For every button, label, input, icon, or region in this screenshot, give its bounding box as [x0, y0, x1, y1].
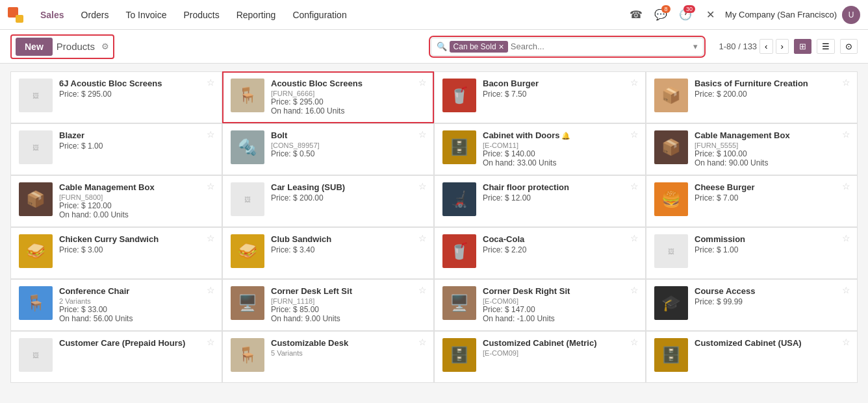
product-name: Bacon Burger	[483, 79, 637, 90]
product-name: Chicken Curry Sandwich	[59, 234, 214, 245]
product-thumbnail: 🖼	[654, 234, 688, 268]
search-input[interactable]	[511, 42, 688, 51]
product-thumbnail: 🖥️	[442, 286, 476, 320]
product-price: Price: $ 3.40	[271, 245, 426, 254]
product-price: Price: $ 1.00	[59, 141, 214, 151]
product-card[interactable]: 📦 Basics of Furniture Creation Price: $ …	[646, 71, 858, 123]
product-card[interactable]: 🗄️ Customized Cabinet (USA) ☆	[646, 331, 858, 383]
favorite-star[interactable]: ☆	[207, 181, 215, 191]
favorite-star[interactable]: ☆	[842, 337, 850, 347]
favorite-star[interactable]: ☆	[630, 77, 639, 88]
product-ref: [FURN_5555]	[695, 141, 849, 149]
settings-icon-btn[interactable]: ✕	[700, 5, 720, 25]
product-card[interactable]: 🪑 Customizable Desk 5 Variants ☆	[222, 331, 434, 383]
nav-item-products[interactable]: Products	[175, 6, 227, 24]
pagination-prev[interactable]: ‹	[760, 39, 772, 54]
favorite-star[interactable]: ☆	[207, 233, 215, 243]
product-card[interactable]: 🖥️ Corner Desk Right Sit [E-COM06] Price…	[434, 279, 646, 331]
activity-icon-btn[interactable]: 🕐 30	[676, 5, 695, 25]
nav-item-to-invoice[interactable]: To Invoice	[118, 6, 174, 24]
product-info: Cable Management Box [FURN_5800] Price: …	[59, 182, 214, 219]
favorite-star[interactable]: ☆	[630, 337, 639, 347]
product-card[interactable]: 🗄️ Cabinet with Doors🔔 [E-COM11] Price: …	[434, 123, 646, 175]
product-thumbnail: 🍔	[654, 182, 688, 216]
favorite-star[interactable]: ☆	[842, 129, 850, 140]
product-card[interactable]: 🔩 Bolt [CONS_89957] Price: $ 0.50 ☆	[222, 123, 434, 175]
product-thumbnail: 🗄️	[442, 338, 476, 372]
nav-item-orders[interactable]: Orders	[73, 6, 117, 24]
product-name: Blazer	[59, 130, 214, 141]
favorite-star[interactable]: ☆	[418, 337, 427, 347]
view-list-btn[interactable]: ☰	[817, 39, 835, 54]
product-ref: [FURN_5800]	[59, 193, 214, 201]
view-settings-btn[interactable]: ⊙	[840, 39, 858, 54]
product-card[interactable]: 🥤 Bacon Burger Price: $ 7.50 ☆	[434, 71, 646, 123]
favorite-star[interactable]: ☆	[418, 233, 427, 243]
product-info: Customer Care (Prepaid Hours)	[59, 338, 214, 349]
product-card[interactable]: 🪑 Conference Chair 2 Variants Price: $ 3…	[10, 279, 222, 331]
favorite-star[interactable]: ☆	[207, 77, 215, 88]
view-kanban-btn[interactable]: ⊞	[794, 39, 811, 54]
favorite-star[interactable]: ☆	[842, 181, 850, 191]
product-card[interactable]: 📦 Cable Management Box [FURN_5800] Price…	[10, 175, 222, 227]
product-name: Car Leasing (SUB)	[271, 182, 426, 193]
messages-badge: 8	[661, 5, 670, 13]
product-card[interactable]: 🥪 Chicken Curry Sandwich Price: $ 3.00 ☆	[10, 227, 222, 279]
favorite-star[interactable]: ☆	[418, 181, 427, 191]
product-card[interactable]: 🖼 Customer Care (Prepaid Hours) ☆	[10, 331, 222, 383]
filter-tag-remove[interactable]: ×	[499, 42, 504, 51]
product-card[interactable]: 🗄️ Customized Cabinet (Metric) [E-COM09]…	[434, 331, 646, 383]
new-button[interactable]: New	[16, 38, 53, 56]
product-thumbnail: 🥪	[231, 234, 264, 268]
sub-header: New Products ⚙ 🔍 Can be Sold × ▾ 1-80 / …	[0, 30, 868, 64]
favorite-star[interactable]: ☆	[630, 129, 639, 140]
product-thumbnail: 📦	[654, 130, 688, 164]
search-icon: 🔍	[437, 42, 447, 51]
favorite-star[interactable]: ☆	[418, 129, 427, 140]
favorite-star[interactable]: ☆	[418, 77, 427, 88]
product-card[interactable]: 🍔 Cheese Burger Price: $ 7.00 ☆	[646, 175, 858, 227]
product-card[interactable]: 🖼 Commission Price: $ 1.00 ☆	[646, 227, 858, 279]
product-card[interactable]: 🖥️ Corner Desk Left Sit [FURN_1118] Pric…	[222, 279, 434, 331]
favorite-star[interactable]: ☆	[207, 285, 215, 295]
product-thumbnail: 🖼	[231, 182, 264, 216]
pagination-info: 1-80 / 133	[719, 42, 758, 51]
product-ref: [FURN_6666]	[271, 90, 426, 97]
nav-item-sales[interactable]: Sales	[32, 6, 72, 24]
product-card[interactable]: 🖼 Blazer Price: $ 1.00 ☆	[10, 123, 222, 175]
product-card[interactable]: 🎓 Course Access Price: $ 99.99 ☆	[646, 279, 858, 331]
product-card[interactable]: 🪑 Acoustic Bloc Screens [FURN_6666] Pric…	[222, 71, 434, 123]
product-card[interactable]: 🥤 Coca-Cola Price: $ 2.20 ☆	[434, 227, 646, 279]
phone-icon-btn[interactable]: ☎	[626, 5, 646, 25]
search-dropdown-icon[interactable]: ▾	[693, 42, 698, 51]
product-card[interactable]: 🦼 Chair floor protection Price: $ 12.00 …	[434, 175, 646, 227]
product-card[interactable]: 🥪 Club Sandwich Price: $ 3.40 ☆	[222, 227, 434, 279]
favorite-star[interactable]: ☆	[842, 233, 850, 243]
product-info: Course Access Price: $ 99.99	[695, 286, 849, 306]
messages-icon-btn[interactable]: 💬 8	[651, 5, 670, 25]
product-thumbnail: 📦	[19, 182, 53, 216]
favorite-star[interactable]: ☆	[842, 285, 850, 295]
favorite-star[interactable]: ☆	[842, 77, 850, 88]
product-name: 6J Acoustic Bloc Screens	[59, 79, 214, 90]
user-avatar[interactable]: U	[842, 6, 860, 24]
favorite-star[interactable]: ☆	[630, 233, 639, 243]
product-thumbnail: 🎓	[654, 286, 688, 320]
product-card[interactable]: 🖼 Car Leasing (SUB) Price: $ 200.00 ☆	[222, 175, 434, 227]
favorite-star[interactable]: ☆	[418, 285, 427, 295]
product-card[interactable]: 📦 Cable Management Box [FURN_5555] Price…	[646, 123, 858, 175]
product-thumbnail: 🥤	[442, 79, 476, 112]
product-ref: 2 Variants	[59, 297, 214, 305]
product-thumbnail: 🦼	[442, 182, 476, 216]
nav-item-reporting[interactable]: Reporting	[229, 6, 284, 24]
favorite-star[interactable]: ☆	[207, 129, 215, 140]
pagination-next[interactable]: ›	[776, 39, 789, 54]
nav-item-configuration[interactable]: Configuration	[285, 6, 354, 24]
gear-icon[interactable]: ⚙	[101, 42, 109, 51]
product-name: Cable Management Box	[695, 130, 849, 141]
product-name: Chair floor protection	[483, 182, 637, 193]
favorite-star[interactable]: ☆	[207, 337, 215, 347]
product-card[interactable]: 🖼 6J Acoustic Bloc Screens Price: $ 295.…	[10, 71, 222, 123]
favorite-star[interactable]: ☆	[630, 285, 639, 295]
favorite-star[interactable]: ☆	[630, 181, 639, 191]
